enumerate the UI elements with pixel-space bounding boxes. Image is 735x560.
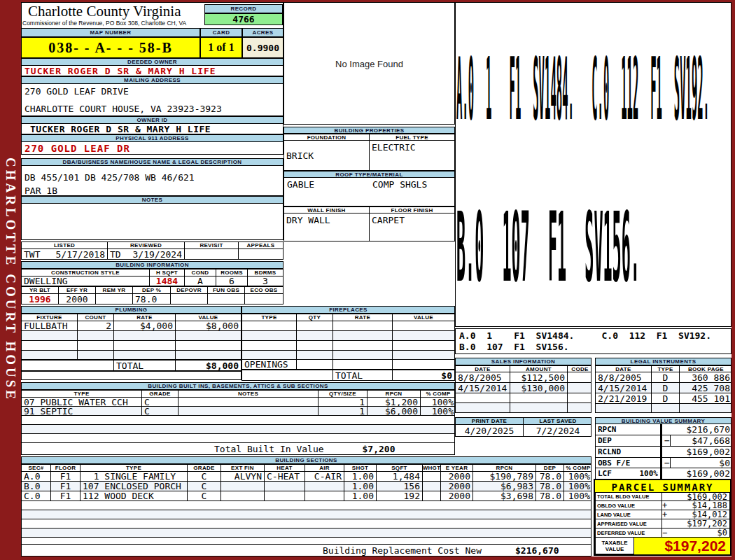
building-info-header: BUILDING INFORMATION [21,261,284,269]
value-summary-row: RCLND $169,002 [595,447,732,458]
finish-cells: DRY WALL CARPET [284,214,455,241]
taxable-row: TAXABLE VALUE $197,202 [595,538,730,554]
foundation-fuel-cells: BRICK ELECTRIC [284,141,455,171]
sales-empty-row [455,403,592,413]
listed-value: TWT5/17/2018 [22,249,108,259]
sec-floor: F1 [51,491,80,500]
last-saved-header: LAST SAVED [524,418,592,424]
plumbing-count: 2 [78,321,114,330]
sec-shgt: 1.00 [344,491,377,500]
builtins-rpcn: $6,000 [368,407,421,415]
instrument-date: 4/15/2014 [596,383,652,393]
vs-value: $47,668 [671,435,732,446]
sec-id: A.0 [22,472,51,481]
effyr-header: EFF YR [59,287,96,293]
hsqft-value: 1484 [150,276,185,286]
sale-date: 8/8/2005 [456,372,510,382]
building-properties-header: BUILDING PROPERTIES [284,127,455,134]
vs-sign: − [661,458,671,468]
ecoobs-value [245,294,283,304]
sales-header: SALES INFORMATION [455,358,592,365]
builtins-total-label: Total Built In Value [214,444,324,454]
sales-row: 4/15/2014 $130,000 [455,383,592,393]
parcel-sign: − [662,528,671,538]
print-date-header: PRINT DATE [456,418,524,424]
remyr-header: REM YR [96,287,133,293]
wall-finish-value: DRY WALL [284,214,370,241]
fireplaces-empty-row [241,321,455,331]
builtins-colheads: TYPE GRADE NOTES QTY/SIZE RPCN % COMP [21,390,455,398]
sale-code [568,383,592,393]
ecoobs-header: ECO OBS [245,287,283,293]
funobs-header: FUN OBS [208,287,245,293]
legal-line1: DB 455/101 DB 425/708 WB 46/621 [22,166,283,183]
sections-col-heat: HEAT [265,465,305,471]
builtins-col-type: TYPE [22,391,142,397]
builtins-total-value: $7,200 [363,444,396,454]
replacement-cost-value: $216,670 [515,545,559,556]
fireplaces-total-spacer [242,370,333,380]
taxable-value: $197,202 [634,538,730,554]
sections-colheads: SEC# FLOOR TYPE GRADE EXT FIN HEAT AIR S… [21,464,592,472]
instruments-empty-row [595,404,732,413]
builtins-col-grade: GRADE [142,391,178,397]
vs-sign: − [661,435,671,446]
fueltype-value: ELECTRIC [370,141,454,170]
sec-whgt [423,482,441,491]
builtins-grade: C [142,398,178,406]
sec-grade: C [188,491,221,500]
sections-footer-row: Building Replacement Cost New $216,670 [21,545,592,556]
sec-grade: C [188,482,221,491]
sec-eyear: 2000 [441,482,473,491]
parcel-row: DEFERRED VALUE −$0 [595,528,730,538]
vs-value: $169,002 [661,447,732,457]
sections-row: C.0 F1 112 WOOD DECK C 1.00 192 2000 $3,… [21,491,592,501]
builtins-qty: 1 [318,398,368,406]
reviewed-header: REVIEWED [108,242,185,248]
builtins-total-row: Total Built In Value $7,200 [21,443,455,455]
value-summary-row: LCF100% $169,002 [595,468,732,479]
fireplaces-col-type: TYPE [242,314,297,321]
instruments-header: LEGAL INSTRUMENTS [595,358,732,365]
builtins-notes [178,407,318,415]
reviewed-date: 3/19/2024 [133,249,182,259]
fireplaces-total-label: TOTAL [333,370,393,380]
map-number-header: MAP NUMBER [21,28,200,37]
fireplaces-col-rate: RATE [333,314,393,321]
sec-heat [265,482,305,491]
legal-line2: PAR 1B [22,183,283,196]
photo-placeholder: No Image Found [284,2,455,125]
plumbing-header: PLUMBING [21,306,241,314]
cond-value: A [185,276,216,286]
sections-row: B.0 F1 107 ENCLOSED PORCH C 1.00 156 200… [21,482,592,491]
construction-style-header: CONSTRUCTION STYLE [22,270,150,276]
instruments-col-date: DATE [596,366,652,372]
sections-col-dep: DEP [536,465,564,471]
building-info-colheads2: YR BLT EFF YR REM YR DEP % DEPOVR FUN OB… [21,286,284,294]
sec-rpcn: $190,789 [473,472,536,481]
sec-sqft: 1,484 [377,472,423,481]
mailing-address-header: MAILING ADDRESS [21,76,284,84]
parcel-value: $14,188 [671,500,729,510]
finish-colheads: WALL FINISH FLOOR FINISH [284,206,455,214]
builtins-row: 07 PUBLIC WATER CCH C 1 $1,200 100% [21,398,455,407]
fireplaces-col-qty: QTY [297,314,333,321]
parcel-value: $0 [671,528,729,538]
instruments-colheads: DATE TYPE BOOK PAGE [595,365,732,372]
sale-amount: $130,000 [510,383,568,393]
sec-comp: 100% [564,472,592,481]
building-properties-colheads: FOUNDATION FUEL TYPE [284,134,455,141]
parcel-value: $14,012 [671,510,729,519]
plumbing-footer-space [21,371,241,380]
builtins-grade: C [142,407,178,415]
mailing-address-box: 270 GOLD LEAF DRIVE CHARLOTTE COURT HOUS… [21,84,284,116]
review-header-row: LISTED REVIEWED REVISIT APPEALS [21,241,284,249]
sec-dep: 78.0 [536,472,564,481]
vs-value: $0 [671,458,732,468]
sec-whgt [423,472,441,481]
sec-air [305,482,344,491]
plumbing-fixture: FULLBATH [22,321,78,330]
sections-col-type: TYPE [80,465,188,471]
owner-id-value: TUCKER ROGER D SR & MARY H LIFE [21,124,284,134]
sec-extfin: ALVYN [221,472,265,481]
